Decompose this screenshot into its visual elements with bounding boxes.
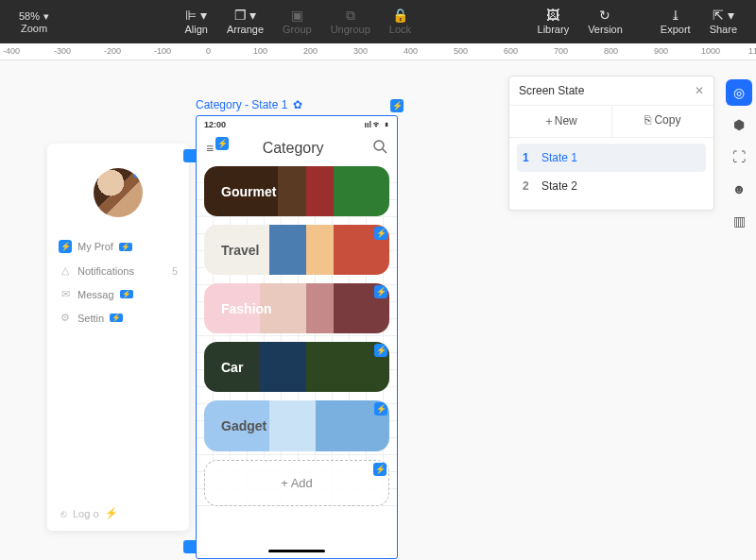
svg-point-0 xyxy=(374,141,384,150)
state-badge-icon[interactable]: ⚡ xyxy=(390,99,404,112)
card-label: Fashion xyxy=(221,301,272,316)
category-card-gadget[interactable]: Gadget ⚡ xyxy=(204,400,389,450)
copy-icon: ⎘ xyxy=(644,113,654,127)
panel-header: Screen State ✕ xyxy=(509,76,713,106)
align-button[interactable]: ⊫ ▾ Align xyxy=(184,8,207,35)
nav-item-profile[interactable]: ⚡ My Prof ⚡ xyxy=(57,234,180,259)
screen-header: ≡⚡ Category xyxy=(197,133,397,166)
library-button[interactable]: 🖼 Library xyxy=(538,8,570,35)
state-badge-icon: ⚡ xyxy=(374,227,387,240)
state-badge-icon: ⚡ xyxy=(374,344,387,357)
new-state-button[interactable]: ＋New xyxy=(509,106,611,137)
nav-label: Messag xyxy=(77,289,114,300)
zoom-label: Zoom xyxy=(21,23,47,34)
state-number: 2 xyxy=(523,179,532,193)
search-icon[interactable] xyxy=(372,139,387,157)
state-row-1[interactable]: 1 State 1 xyxy=(517,144,706,172)
add-card-button[interactable]: + Add ⚡ xyxy=(204,460,389,506)
state-badge-icon: ⚡ xyxy=(59,240,72,253)
horizontal-ruler: -400 -300 -200 -100 0 100 200 300 400 50… xyxy=(0,43,756,60)
nav-item-notifications[interactable]: △ Notifications 5 xyxy=(57,259,180,282)
nav-label: My Prof xyxy=(77,241,113,252)
status-bar: 12:00 ııl ᯤ ▮ xyxy=(197,116,397,133)
design-canvas[interactable]: ⚡ ⚡ My Prof ⚡ △ Notifications 5 ✉ Messag… xyxy=(0,60,756,560)
group-button: ▣ Group xyxy=(283,8,312,35)
close-icon[interactable]: ✕ xyxy=(695,84,704,97)
category-card-fashion[interactable]: Fashion ⚡ xyxy=(204,283,389,333)
message-icon: ✉ xyxy=(59,288,72,300)
layout-tool-button[interactable]: ▥ xyxy=(726,208,752,234)
menu-icon[interactable]: ≡⚡ xyxy=(206,141,214,156)
home-indicator xyxy=(268,550,325,552)
card-label: Car xyxy=(221,360,243,375)
svg-line-1 xyxy=(383,149,387,153)
category-card-gourmet[interactable]: Gourmet xyxy=(204,166,389,216)
nav-label: Notifications xyxy=(77,265,134,277)
top-toolbar: 58% ▾ Zoom ⊫ ▾ Align ❐ ▾ Arrange ▣ Group… xyxy=(0,0,756,43)
target-tool-button[interactable]: ◎ xyxy=(726,79,752,106)
artboard-label[interactable]: Category - State 1 ✿ xyxy=(196,98,302,111)
group-icon: ▣ xyxy=(291,8,303,22)
arrange-icon: ❐ ▾ xyxy=(234,8,257,22)
state-badge-icon: ⚡ xyxy=(120,290,133,298)
expand-icon: ⛶ xyxy=(732,149,746,164)
drawer-component[interactable]: ⚡ ⚡ My Prof ⚡ △ Notifications 5 ✉ Messag… xyxy=(47,144,189,531)
share-button[interactable]: ⇱ ▾ Share xyxy=(710,8,737,35)
state-badge-icon: ⚡ xyxy=(119,243,132,251)
state-badge-icon: ⚡ xyxy=(215,137,229,150)
state-label: State 2 xyxy=(541,179,577,193)
count-badge: 5 xyxy=(172,265,178,277)
status-time: 12:00 xyxy=(204,120,226,129)
state-badge-icon: ⚡ xyxy=(374,402,387,416)
category-list: Gourmet Travel ⚡ Fashion ⚡ Car ⚡ Gadget … xyxy=(197,166,397,506)
nav-item-settings[interactable]: ⚙ Settin ⚡ xyxy=(57,306,180,330)
ungroup-button: ⧉ Ungroup xyxy=(331,8,370,35)
share-icon: ⇱ ▾ xyxy=(713,8,734,22)
state-badge-icon: ⚡ xyxy=(373,463,387,476)
nav-item-logout[interactable]: ⎋ Log o ⚡ xyxy=(60,507,118,519)
state-label: State 1 xyxy=(541,151,577,164)
version-button[interactable]: ↻ Version xyxy=(588,8,623,35)
category-card-car[interactable]: Car ⚡ xyxy=(204,342,389,392)
ungroup-icon: ⧉ xyxy=(346,8,355,22)
arrange-button[interactable]: ❐ ▾ Arrange xyxy=(227,8,264,35)
gear-icon: ⚙ xyxy=(59,312,72,324)
state-badge-icon[interactable]: ⚡ xyxy=(133,168,143,178)
cube-tool-button[interactable]: ⬢ xyxy=(726,111,752,138)
chevron-down-icon: ▾ xyxy=(43,10,49,23)
gear-icon[interactable]: ✿ xyxy=(293,98,302,111)
version-icon: ↻ xyxy=(599,8,610,22)
state-badge-icon: ⚡ xyxy=(110,314,123,322)
avatar: ⚡ xyxy=(94,168,143,217)
nav-label: Settin xyxy=(77,313,104,324)
card-label: Gourmet xyxy=(221,184,276,199)
logout-icon: ⎋ xyxy=(60,508,67,519)
zoom-control[interactable]: 58% ▾ Zoom xyxy=(19,10,49,34)
category-card-travel[interactable]: Travel ⚡ xyxy=(204,225,389,275)
nav-item-messages[interactable]: ✉ Messag ⚡ xyxy=(57,282,180,306)
panel-title: Screen State xyxy=(519,84,584,97)
target-icon: ◎ xyxy=(733,85,745,100)
state-number: 1 xyxy=(523,151,532,164)
copy-state-button[interactable]: ⎘ Copy xyxy=(611,106,714,137)
zoom-value: 58% xyxy=(19,10,40,22)
lock-button: 🔒 Lock xyxy=(389,8,411,35)
lock-icon: 🔒 xyxy=(392,8,408,22)
right-toolbar: ◎ ⬢ ⛶ ☻ ▥ xyxy=(722,76,756,234)
cube-icon: ⬢ xyxy=(733,117,745,132)
bell-icon: △ xyxy=(59,264,72,277)
state-badge-icon: ⚡ xyxy=(105,507,118,519)
state-row-2[interactable]: 2 State 2 xyxy=(517,172,706,200)
layout-icon: ▥ xyxy=(733,213,746,229)
phone-artboard[interactable]: 12:00 ııl ᯤ ▮ ≡⚡ Category Gourmet Travel… xyxy=(196,115,398,559)
align-icon: ⊫ ▾ xyxy=(185,8,207,22)
plus-icon: ＋ xyxy=(543,114,555,127)
screen-title: Category xyxy=(263,140,324,157)
export-button[interactable]: ⤓ Export xyxy=(661,8,691,35)
emoji-tool-button[interactable]: ☻ xyxy=(726,176,752,202)
export-icon: ⤓ xyxy=(670,8,681,22)
status-icons: ııl ᯤ ▮ xyxy=(364,120,389,129)
card-label: Travel xyxy=(221,243,259,258)
state-badge-icon: ⚡ xyxy=(374,285,387,298)
expand-tool-button[interactable]: ⛶ xyxy=(726,144,752,170)
